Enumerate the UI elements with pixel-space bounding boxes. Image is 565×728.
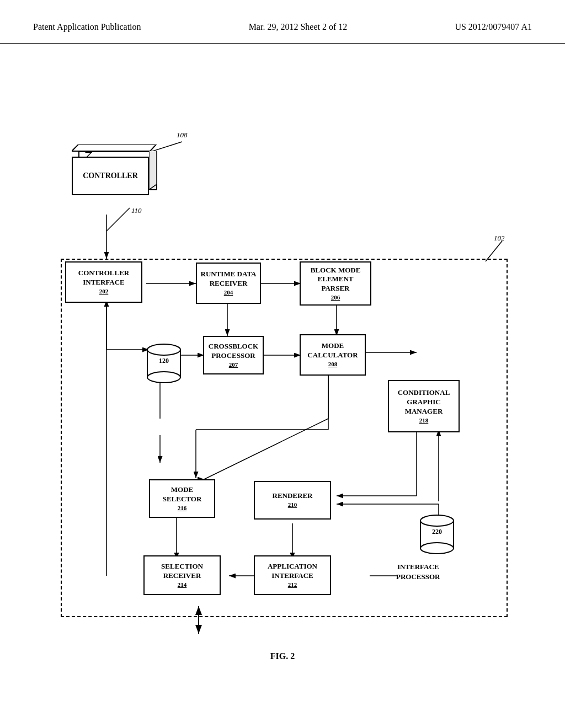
renderer-box: RENDERER 210: [254, 481, 331, 520]
runtime-data-receiver-box: RUNTIME DATA RECEIVER 204: [196, 263, 261, 304]
diagram-area: 108 102 110 CONTROLLER: [0, 44, 565, 683]
header-left: Patent Application Publication: [33, 22, 141, 32]
page-header: Patent Application Publication Mar. 29, …: [0, 0, 565, 44]
svg-point-44: [420, 543, 454, 554]
ref-108-label: 108: [177, 131, 188, 140]
header-center: Mar. 29, 2012 Sheet 2 of 12: [249, 22, 348, 32]
svg-point-42: [147, 344, 180, 355]
cylinder-120: 120: [145, 341, 183, 380]
crossblock-processor-box: CROSSBLOCK PROCESSOR 207: [203, 336, 264, 374]
header-right: US 2012/0079407 A1: [455, 22, 532, 32]
svg-point-41: [147, 372, 180, 383]
figure-caption: FIG. 2: [0, 651, 565, 661]
mode-selector-box: MODE SELECTOR 216: [149, 479, 215, 518]
cylinder-220: 220: [418, 512, 456, 551]
application-interface-box: APPLICATION INTERFACE 212: [254, 555, 331, 595]
conditional-graphic-manager-box: CONDITIONAL GRAPHIC MANAGER 218: [388, 380, 460, 432]
controller-box: CONTROLLER: [72, 157, 149, 195]
interface-processor-label: INTERFACE PROCESSOR: [396, 562, 440, 582]
selection-receiver-box: SELECTION RECEIVER 214: [143, 555, 221, 595]
mode-calculator-box: MODE CALCULATOR 208: [300, 334, 366, 376]
svg-point-45: [420, 515, 454, 526]
ref-102-label: 102: [494, 234, 505, 243]
svg-marker-39: [149, 151, 157, 190]
controller-label: CONTROLLER: [83, 172, 138, 180]
svg-marker-37: [72, 144, 156, 151]
svg-line-6: [106, 208, 130, 231]
controller-interface-box: CONTROLLER INTERFACE 202: [65, 261, 142, 303]
block-mode-element-parser-box: BLOCK MODE ELEMENT PARSER 206: [300, 261, 371, 306]
ref-110-label: 110: [131, 206, 142, 215]
